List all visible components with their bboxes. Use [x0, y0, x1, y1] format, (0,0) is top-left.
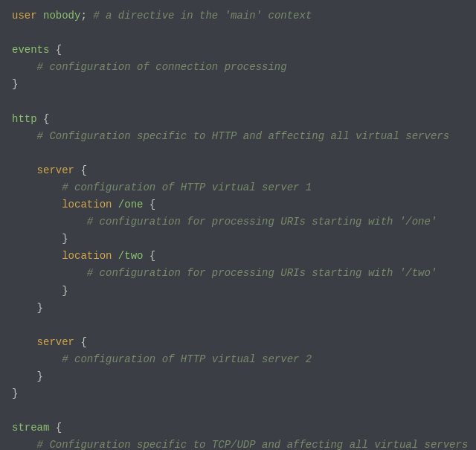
code-line [12, 402, 464, 420]
keyword-yellow: user [12, 10, 37, 22]
code-content: user nobody; # a directive in the 'main'… [12, 7, 464, 450]
plain-text [12, 199, 62, 210]
code-line [12, 317, 464, 334]
plain-text: } [12, 78, 18, 90]
comment-text: # configuration for processing URIs star… [12, 267, 437, 279]
comment-text: # configuration of connection processing [12, 61, 287, 73]
code-line: location /two { [12, 248, 464, 265]
code-line: http { [12, 111, 464, 128]
code-line [12, 25, 464, 42]
code-line: server { [12, 334, 464, 351]
keyword-green: http [12, 113, 37, 125]
plain-text: { [74, 164, 87, 176]
code-line: # configuration of HTTP virtual server 2 [12, 351, 464, 368]
plain-text: { [49, 44, 62, 56]
keyword-green: events [12, 44, 49, 56]
code-line: } [12, 76, 464, 93]
code-block: user nobody; # a directive in the 'main'… [0, 0, 476, 450]
code-line: # configuration for processing URIs star… [12, 265, 464, 282]
keyword-yellow: server [37, 336, 74, 348]
code-line: # Configuration specific to HTTP and aff… [12, 128, 464, 145]
keyword-green: stream [12, 422, 49, 434]
plain-text: } [12, 285, 68, 297]
comment-text: # Configuration specific to TCP/UDP and … [12, 439, 468, 450]
code-line: } [12, 283, 464, 300]
code-line: } [12, 385, 464, 402]
plain-text: } [12, 388, 18, 399]
code-line: events { [12, 42, 464, 59]
plain-text: { [49, 422, 62, 434]
plain-text [112, 250, 118, 262]
code-line: # configuration of connection processing [12, 59, 464, 76]
plain-text [112, 199, 118, 210]
comment-text: # Configuration specific to HTTP and aff… [12, 130, 449, 142]
plain-text: { [143, 199, 155, 210]
plain-text [37, 10, 43, 22]
comment-text: # configuration for processing URIs star… [12, 216, 437, 228]
plain-text: { [143, 250, 155, 262]
code-line: location /one { [12, 196, 464, 213]
plain-text: { [37, 113, 50, 125]
plain-text: ; [80, 10, 86, 22]
comment-text: # configuration of HTTP virtual server 2 [12, 353, 312, 365]
keyword-yellow: server [37, 164, 74, 176]
plain-text: { [74, 336, 87, 348]
plain-text [12, 336, 37, 348]
keyword-green: nobody [43, 10, 80, 22]
plain-text: } [12, 370, 43, 382]
code-line: # Configuration specific to TCP/UDP and … [12, 437, 464, 450]
code-line: user nobody; # a directive in the 'main'… [12, 7, 464, 25]
code-line: # configuration for processing URIs star… [12, 213, 464, 231]
plain-text: } [12, 302, 43, 314]
code-line: # configuration of HTTP virtual server 1 [12, 179, 464, 196]
comment-text: # configuration of HTTP virtual server 1 [12, 181, 312, 193]
keyword-yellow: location [62, 250, 112, 262]
code-line: } [12, 300, 464, 317]
comment-text: # a directive in the 'main' context [87, 10, 312, 22]
code-line: } [12, 231, 464, 248]
plain-text [12, 164, 37, 176]
keyword-green: /one [118, 199, 144, 210]
code-line [12, 93, 464, 110]
plain-text: } [12, 233, 68, 245]
code-line: stream { [12, 420, 464, 437]
keyword-green: /two [118, 250, 144, 262]
code-line: server { [12, 162, 464, 179]
code-line [12, 145, 464, 162]
keyword-yellow: location [62, 199, 112, 210]
code-line: } [12, 368, 464, 385]
plain-text [12, 250, 62, 262]
